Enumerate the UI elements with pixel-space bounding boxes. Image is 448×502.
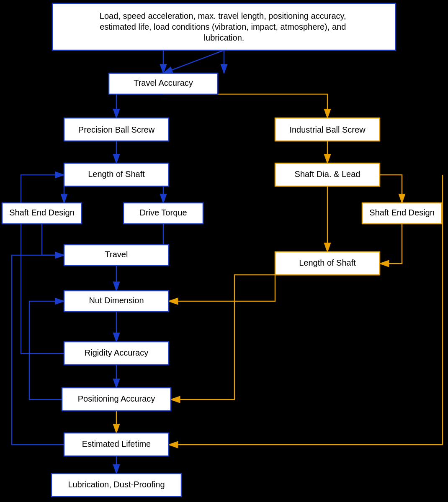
svg-line-2 xyxy=(163,50,224,73)
industrial-ball-screw-text: Industrial Ball Screw xyxy=(289,125,366,134)
precision-ball-screw-text: Precision Ball Screw xyxy=(78,125,155,134)
shaft-end-design-right-text: Shaft End Design xyxy=(369,208,435,217)
rigidity-accuracy-text: Rigidity Accuracy xyxy=(85,348,148,357)
estimated-lifetime-text: Estimated Lifetime xyxy=(82,439,151,448)
drive-torque-text: Drive Torque xyxy=(139,208,187,217)
travel-accuracy-text: Travel Accuracy xyxy=(134,78,193,87)
length-of-shaft-right-text: Length of Shaft xyxy=(299,258,356,267)
nut-dimension-text: Nut Dimension xyxy=(89,296,144,305)
lubrication-text: Lubrication, Dust-Proofing xyxy=(68,480,165,489)
length-of-shaft-left-text: Length of Shaft xyxy=(88,169,145,179)
travel-text: Travel xyxy=(105,250,128,259)
shaft-end-design-left-text: Shaft End Design xyxy=(9,208,75,217)
positioning-accuracy-text: Positioning Accuracy xyxy=(78,394,155,403)
shaft-dia-lead-text: Shaft Dia. & Lead xyxy=(295,169,360,179)
